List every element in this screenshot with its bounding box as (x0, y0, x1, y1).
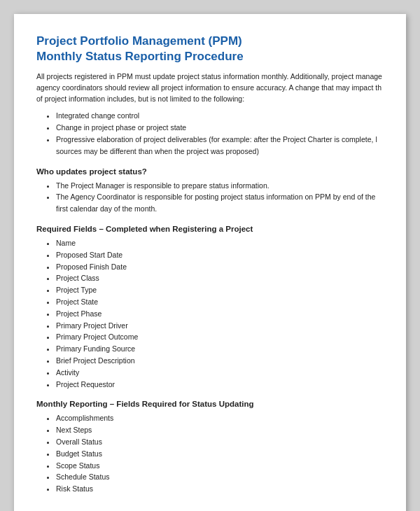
required-fields-section: Required Fields – Completed when Registe… (36, 225, 384, 390)
required-fields-bullets: NameProposed Start DateProposed Finish D… (36, 237, 384, 390)
monthly-reporting-section: Monthly Reporting – Fields Required for … (36, 400, 384, 495)
title-line1: Project Portfolio Management (PPM) (36, 34, 242, 48)
list-item: Activity (56, 367, 384, 379)
list-item: Project Type (56, 284, 384, 296)
list-item: Proposed Finish Date (56, 261, 384, 273)
list-item: Accomplishments (56, 412, 384, 424)
list-item: Next Steps (56, 424, 384, 436)
list-item: Progressive elaboration of project deliv… (56, 134, 384, 158)
list-item: Project Class (56, 272, 384, 284)
list-item: The Agency Coordinator is responsible fo… (56, 191, 384, 215)
list-item: Proposed Start Date (56, 249, 384, 261)
who-updates-section: Who updates project status? The Project … (36, 167, 384, 215)
list-item: Schedule Status (56, 471, 384, 483)
list-item: Integrated change control (56, 110, 384, 122)
list-item: Primary Project Outcome (56, 331, 384, 343)
required-fields-heading: Required Fields – Completed when Registe… (36, 225, 384, 233)
list-item: Name (56, 237, 384, 249)
list-item: Project Phase (56, 308, 384, 320)
list-item: Change in project phase or project state (56, 122, 384, 134)
intro-bullets: Integrated change controlChange in proje… (36, 110, 384, 157)
monthly-reporting-bullets: AccomplishmentsNext StepsOverall StatusB… (36, 412, 384, 495)
list-item: Project Requestor (56, 379, 384, 391)
list-item: Risk Status (56, 483, 384, 495)
monthly-reporting-heading: Monthly Reporting – Fields Required for … (36, 400, 384, 408)
list-item: Budget Status (56, 448, 384, 460)
list-item: Project State (56, 296, 384, 308)
list-item: Brief Project Description (56, 355, 384, 367)
page-title: Project Portfolio Management (PPM) Month… (36, 34, 384, 64)
list-item: Primary Project Driver (56, 320, 384, 332)
who-updates-bullets: The Project Manager is responsible to pr… (36, 180, 384, 215)
intro-text: All projects registered in PPM must upda… (36, 71, 384, 104)
list-item: Scope Status (56, 460, 384, 472)
who-updates-heading: Who updates project status? (36, 167, 384, 176)
intro-section: All projects registered in PPM must upda… (36, 71, 384, 157)
list-item: Overall Status (56, 436, 384, 448)
list-item: Primary Funding Source (56, 343, 384, 355)
list-item: The Project Manager is responsible to pr… (56, 180, 384, 192)
document-page: Project Portfolio Management (PPM) Month… (14, 14, 406, 511)
title-line2: Monthly Status Reporting Procedure (36, 50, 244, 63)
